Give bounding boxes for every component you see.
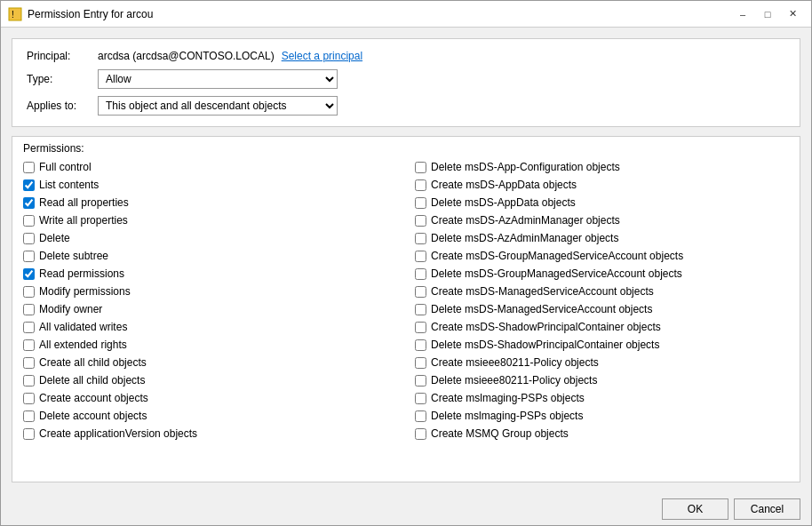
permission-item: Create msDS-GroupManagedServiceAccount o… <box>415 247 789 265</box>
permission-checkbox[interactable] <box>23 233 35 244</box>
principal-value: arcdsa (arcdsa@CONTOSO.LOCAL) <box>98 50 275 62</box>
permissions-label: Permissions: <box>12 137 800 158</box>
permission-item: Delete msDS-AppData objects <box>415 194 789 211</box>
permission-text: Create msDS-GroupManagedServiceAccount o… <box>431 250 683 262</box>
minimize-button[interactable]: – <box>731 5 754 23</box>
permission-checkbox[interactable] <box>415 428 426 440</box>
permission-item: Create msDS-ShadowPrincipalContainer obj… <box>415 318 789 336</box>
permission-checkbox[interactable] <box>23 304 35 315</box>
permission-item: Create mslmaging-PSPs objects <box>415 389 789 407</box>
permission-checkbox[interactable] <box>415 215 426 227</box>
permission-checkbox[interactable] <box>415 286 426 298</box>
permission-item: Create account objects <box>23 389 397 407</box>
permission-text: Delete msDS-ShadowPrincipalContainer obj… <box>431 339 659 351</box>
form-section: Principal: arcdsa (arcdsa@CONTOSO.LOCAL)… <box>12 38 800 127</box>
permission-checkbox[interactable] <box>415 357 426 369</box>
permission-item: Delete all child objects <box>23 371 397 389</box>
permission-text: All extended rights <box>39 339 127 351</box>
permission-checkbox[interactable] <box>415 375 426 387</box>
permission-checkbox[interactable] <box>23 251 35 262</box>
permission-checkbox[interactable] <box>23 339 35 351</box>
permission-item: List contents <box>23 176 397 194</box>
permission-checkbox[interactable] <box>415 179 426 191</box>
permission-text: Create msDS-ManagedServiceAccount object… <box>431 285 654 298</box>
permission-item: Modify permissions <box>23 283 397 300</box>
permissions-section: Permissions: Full controlDelete msDS-App… <box>12 136 800 482</box>
type-label: Type: <box>27 73 98 85</box>
permission-checkbox[interactable] <box>23 197 35 209</box>
permission-item: Create applicationVersion objects <box>23 425 397 442</box>
permission-text: Read all properties <box>39 196 129 209</box>
permission-item: Modify owner <box>23 300 397 318</box>
select-principal-button[interactable]: Select a principal <box>282 50 362 62</box>
permission-checkbox[interactable] <box>23 322 35 333</box>
permission-item: All validated writes <box>23 318 397 336</box>
permission-text: Modify owner <box>39 303 102 315</box>
permission-checkbox[interactable] <box>23 357 35 369</box>
cancel-button[interactable]: Cancel <box>734 498 800 520</box>
permission-item: Delete msDS-ManagedServiceAccount object… <box>415 300 789 318</box>
permission-item: Delete msieee80211-Policy objects <box>415 371 789 389</box>
close-button[interactable]: ✕ <box>781 5 804 23</box>
permission-checkbox[interactable] <box>415 304 426 315</box>
permission-item: Delete msDS-AzAdminManager objects <box>415 229 789 247</box>
permission-text: Create msDS-AzAdminManager objects <box>431 214 620 227</box>
permission-checkbox[interactable] <box>23 179 35 191</box>
permission-checkbox[interactable] <box>23 428 35 440</box>
permission-item: Delete msDS-GroupManagedServiceAccount o… <box>415 265 789 283</box>
permission-text: Modify permissions <box>39 285 131 298</box>
permission-text: Write all properties <box>39 214 128 227</box>
title-bar-buttons: – □ ✕ <box>731 5 804 23</box>
permission-item: Create msDS-ManagedServiceAccount object… <box>415 283 789 300</box>
permission-checkbox[interactable] <box>415 233 426 244</box>
permission-item: Full control <box>23 158 397 176</box>
permission-item: Delete subtree <box>23 247 397 265</box>
principal-row: Principal: arcdsa (arcdsa@CONTOSO.LOCAL)… <box>27 50 785 62</box>
permission-text: Delete msDS-ManagedServiceAccount object… <box>431 303 652 315</box>
permission-item: Delete account objects <box>23 407 397 425</box>
permission-item: Delete msDS-App-Configuration objects <box>415 158 789 176</box>
permission-text: All validated writes <box>39 321 127 333</box>
permission-checkbox[interactable] <box>23 268 35 280</box>
permission-item: Read permissions <box>23 265 397 283</box>
permission-checkbox[interactable] <box>415 197 426 209</box>
permission-text: Delete msDS-AzAdminManager objects <box>431 232 618 244</box>
permission-text: Delete account objects <box>39 410 147 422</box>
permission-item: Delete mslmaging-PSPs objects <box>415 407 789 425</box>
applies-to-select[interactable]: This object and all descendant objects <box>98 96 338 116</box>
permission-checkbox[interactable] <box>415 268 426 280</box>
permission-text: List contents <box>39 179 99 191</box>
permission-checkbox[interactable] <box>415 339 426 351</box>
permission-entry-dialog: ! Permission Entry for arcou – □ ✕ Princ… <box>0 0 812 526</box>
maximize-button[interactable]: □ <box>756 5 779 23</box>
permission-text: Create all child objects <box>39 356 147 369</box>
permission-item: Create all child objects <box>23 354 397 371</box>
permission-text: Delete mslmaging-PSPs objects <box>431 410 583 422</box>
permission-checkbox[interactable] <box>23 393 35 404</box>
permission-text: Create account objects <box>39 392 148 404</box>
permission-checkbox[interactable] <box>23 375 35 387</box>
permission-text: Create applicationVersion objects <box>39 427 197 440</box>
permission-checkbox[interactable] <box>23 286 35 298</box>
permission-checkbox[interactable] <box>23 215 35 227</box>
permission-text: Delete msDS-GroupManagedServiceAccount o… <box>431 267 682 280</box>
dialog-title: Permission Entry for arcou <box>28 8 731 20</box>
applies-to-row: Applies to: This object and all descenda… <box>27 96 785 116</box>
permission-checkbox[interactable] <box>415 162 426 173</box>
type-select[interactable]: Allow Deny <box>98 69 338 89</box>
type-row: Type: Allow Deny <box>27 69 785 89</box>
permission-item: Read all properties <box>23 194 397 211</box>
ok-button[interactable]: OK <box>662 498 728 520</box>
permission-text: Read permissions <box>39 267 124 280</box>
permission-checkbox[interactable] <box>415 393 426 404</box>
permission-checkbox[interactable] <box>23 162 35 173</box>
permission-checkbox[interactable] <box>415 410 426 422</box>
permission-checkbox[interactable] <box>23 410 35 422</box>
permission-text: Create msieee80211-Policy objects <box>431 356 599 369</box>
permission-checkbox[interactable] <box>415 322 426 333</box>
svg-text:!: ! <box>12 10 14 20</box>
permission-text: Delete <box>39 232 70 244</box>
permission-checkbox[interactable] <box>415 251 426 262</box>
permission-item: Delete <box>23 229 397 247</box>
title-bar: ! Permission Entry for arcou – □ ✕ <box>1 1 811 28</box>
